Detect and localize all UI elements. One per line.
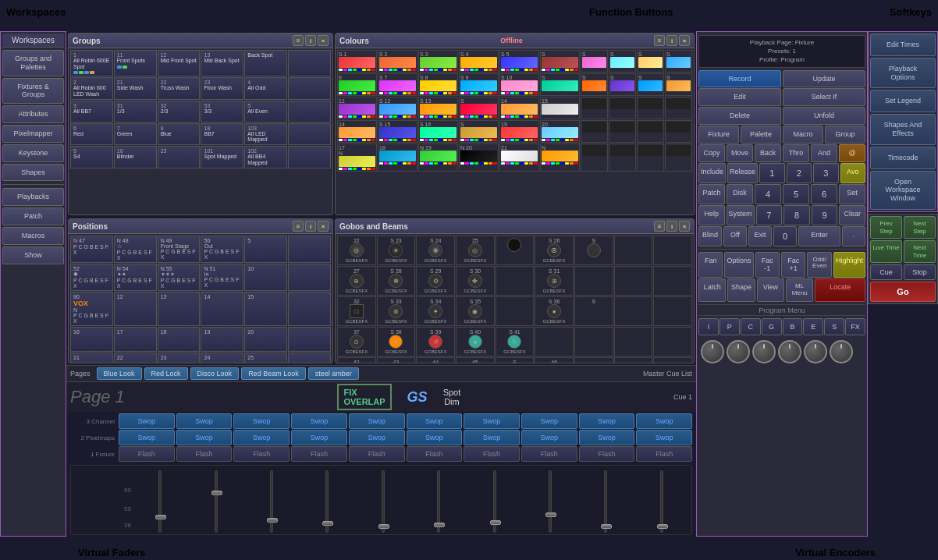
- sidebar-item-macros[interactable]: Macros: [2, 227, 64, 245]
- list-item[interactable]: [653, 296, 692, 326]
- fan-button[interactable]: Fan: [698, 252, 723, 278]
- table-row[interactable]: 25: [244, 353, 287, 363]
- table-row[interactable]: 17: [114, 327, 157, 352]
- exit-button[interactable]: Exit: [748, 226, 772, 246]
- list-item[interactable]: [637, 144, 664, 172]
- table-row[interactable]: 23: [158, 146, 201, 168]
- table-row[interactable]: 5All Even: [244, 101, 287, 122]
- sidebar-item-shapes[interactable]: Shapes: [2, 164, 64, 182]
- list-item[interactable]: [496, 236, 535, 265]
- flash-button-3[interactable]: Flash: [233, 446, 290, 462]
- list-item[interactable]: N 20: [459, 144, 499, 172]
- swop2-button-2[interactable]: Swop: [176, 430, 233, 445]
- groups-close-icon[interactable]: ×: [318, 35, 329, 46]
- list-item[interactable]: 15: [540, 97, 580, 119]
- list-item[interactable]: S 38☀GCBESFX: [377, 327, 416, 356]
- table-row[interactable]: 6Red: [70, 123, 113, 145]
- list-item[interactable]: S 31⊞GCBESFX: [535, 266, 574, 296]
- ipcgb-fx-button[interactable]: FX: [845, 318, 865, 335]
- softkey-timecode[interactable]: Timecode: [870, 147, 936, 169]
- next-time-button[interactable]: NextTime: [904, 240, 936, 263]
- list-item[interactable]: [535, 327, 574, 356]
- list-item[interactable]: [609, 144, 636, 172]
- blind-button[interactable]: Blind: [698, 226, 722, 246]
- thro-button[interactable]: Thro: [783, 144, 809, 162]
- list-item[interactable]: S: [637, 50, 664, 73]
- palette-button[interactable]: Palette: [741, 126, 781, 144]
- softkey-open-workspace[interactable]: OpenWorkspaceWindow: [870, 171, 936, 210]
- list-item[interactable]: S 2: [378, 50, 417, 73]
- colours-menu-icon[interactable]: ≡: [654, 35, 665, 46]
- swop-button-10[interactable]: Swop: [636, 413, 692, 429]
- num-8-button[interactable]: 8: [783, 205, 810, 225]
- patch-button[interactable]: Patch: [698, 184, 725, 204]
- swop2-button-3[interactable]: Swop: [233, 430, 290, 445]
- softkey-edit-times[interactable]: Edit Times: [870, 34, 936, 56]
- list-item[interactable]: [637, 120, 664, 143]
- list-item[interactable]: [653, 327, 692, 356]
- system-button[interactable]: System: [727, 205, 755, 225]
- list-item[interactable]: N 19: [418, 144, 458, 172]
- page-red-beam-look[interactable]: Red Beam Look: [241, 367, 306, 380]
- softkey-shapes-effects[interactable]: Shapes AndEffects: [870, 114, 936, 145]
- sidebar-item-attributes[interactable]: Attributes: [2, 105, 64, 123]
- flash-button-5[interactable]: Flash: [349, 446, 405, 462]
- move-button[interactable]: Move: [727, 144, 753, 162]
- num-7-button[interactable]: 7: [756, 205, 783, 225]
- encoder-knob-2[interactable]: [727, 340, 750, 363]
- gobos-menu-icon[interactable]: ≡: [654, 221, 665, 232]
- list-item[interactable]: 22⊙GCBESFX: [337, 236, 376, 265]
- back-button[interactable]: Back: [755, 144, 781, 162]
- table-row[interactable]: 18: [158, 327, 201, 352]
- record-button[interactable]: Record: [698, 70, 781, 88]
- list-item[interactable]: 14: [499, 97, 539, 119]
- num-4-button[interactable]: 4: [755, 184, 781, 204]
- list-item[interactable]: [637, 97, 664, 119]
- virtual-fader-9[interactable]: [580, 470, 631, 533]
- sidebar-item-show[interactable]: Show: [2, 246, 64, 264]
- list-item[interactable]: 21: [499, 144, 539, 172]
- list-item[interactable]: 37⊙GCBESFX: [337, 327, 376, 356]
- sidebar-item-playbacks[interactable]: Playbacks: [2, 188, 64, 206]
- list-item[interactable]: [574, 266, 613, 296]
- at-button[interactable]: @: [839, 144, 865, 162]
- list-item[interactable]: N: [540, 144, 580, 172]
- list-item[interactable]: [581, 120, 608, 143]
- macro-button[interactable]: Macro: [783, 126, 823, 144]
- flash-button-9[interactable]: Flash: [579, 446, 635, 462]
- table-row[interactable]: 102All BB4 Mapped: [244, 146, 287, 168]
- table-row[interactable]: [288, 292, 331, 326]
- positions-close-icon[interactable]: ×: [318, 221, 329, 232]
- list-item[interactable]: S 7: [378, 73, 417, 96]
- sidebar-item-keystone[interactable]: Keystone: [2, 144, 64, 162]
- table-row[interactable]: 19: [201, 327, 243, 352]
- swop2-button-4[interactable]: Swop: [291, 430, 347, 445]
- list-item[interactable]: [614, 357, 653, 363]
- set-button[interactable]: Set: [839, 184, 865, 204]
- table-row[interactable]: 10: [244, 264, 287, 291]
- flash-button-1[interactable]: Flash: [119, 446, 175, 462]
- swop-button-3[interactable]: Swop: [233, 413, 290, 429]
- table-row[interactable]: [288, 50, 331, 76]
- and-button[interactable]: And: [811, 144, 837, 162]
- table-row[interactable]: N 51InP C G B E S F X: [201, 264, 243, 291]
- flash-button-4[interactable]: Flash: [291, 446, 347, 462]
- swop2-button-5[interactable]: Swop: [349, 430, 405, 445]
- table-row[interactable]: 18BB7: [201, 123, 243, 145]
- list-item[interactable]: S 41↻GCBESFX: [496, 327, 535, 356]
- list-item[interactable]: S 16: [418, 120, 458, 143]
- positions-info-icon[interactable]: i: [305, 221, 316, 232]
- encoder-knob-5[interactable]: [804, 340, 827, 363]
- groups-menu-icon[interactable]: ≡: [293, 35, 304, 46]
- list-item[interactable]: S 36●GCBESFX: [535, 296, 574, 326]
- table-row[interactable]: 4All Odd: [244, 77, 287, 99]
- softkey-set-legend[interactable]: Set Legend: [870, 90, 936, 112]
- list-item[interactable]: S: [581, 50, 608, 73]
- list-item[interactable]: 43◎Zoom 50.0%GCBESFX: [377, 357, 416, 363]
- select-if-button[interactable]: Select If: [783, 88, 865, 106]
- go-button[interactable]: Go: [870, 282, 936, 302]
- table-row[interactable]: N 47P C G B E S F X: [70, 236, 113, 263]
- swop-button-4[interactable]: Swop: [291, 413, 347, 429]
- table-row[interactable]: 8Blue: [158, 123, 201, 145]
- ml-menu-button[interactable]: ML Menu: [786, 278, 813, 302]
